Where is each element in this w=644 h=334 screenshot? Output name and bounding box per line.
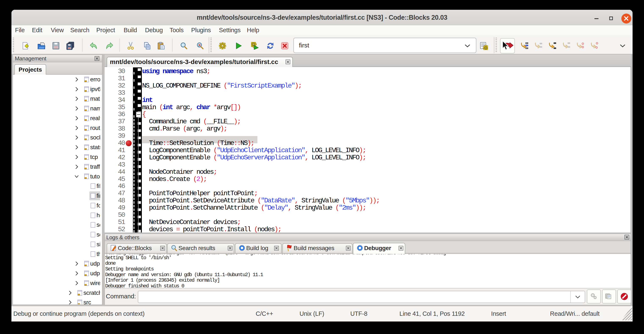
svg-text:R: R [198, 44, 201, 47]
